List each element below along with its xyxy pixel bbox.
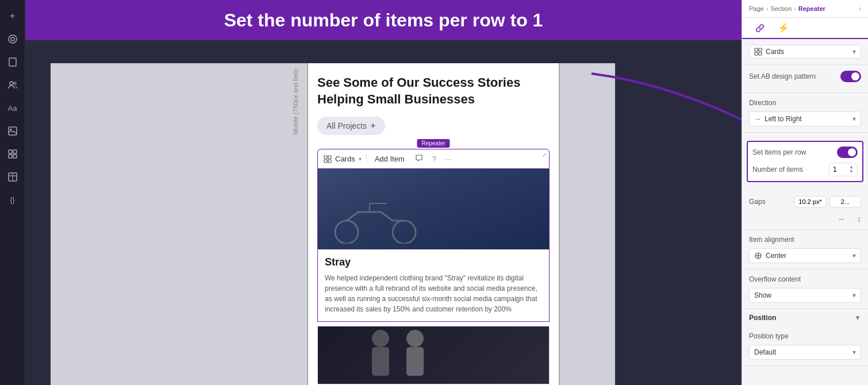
card-body-1: Stray We helped independent clothing bra… [318,249,549,321]
chevron-down-icon: ▾ [852,252,856,260]
svg-rect-21 [372,347,389,376]
position-section[interactable]: Position ▼ [742,309,868,326]
cards-dropdown[interactable]: Cards ▾ [749,45,861,59]
right-panel: Page › Section › Repeater › ⚡ Cards ▾ Se… [742,0,868,385]
number-of-items-input[interactable]: 1 ▲ ▼ [829,163,858,176]
people-icon[interactable] [3,76,22,94]
gaps-alignment-row: ↔ ↕ [749,212,861,224]
number-of-items-row: Number of items 1 ▲ ▼ [752,163,858,176]
vertical-gap-icon: ↕ [857,214,861,224]
direction-section: Direction → Left to Right ▾ [742,93,868,133]
svg-rect-10 [13,155,17,158]
gaps-label: Gaps [749,198,766,206]
overflow-dropdown[interactable]: Show ▾ [749,288,861,303]
image-icon[interactable] [3,122,22,140]
table-icon[interactable] [3,168,22,186]
svg-rect-28 [759,52,762,55]
card-title-1: Stray [325,256,542,268]
item-alignment-section: Item alignment Center ▾ [742,230,868,270]
svg-rect-8 [13,150,17,153]
cards-container: Repeater ⤢ Cards ▾ Add Item ? [317,149,550,384]
grid-icon[interactable] [3,145,22,163]
expand-icon[interactable]: ⤢ [542,152,547,158]
add-item-button[interactable]: Add Item [371,153,408,164]
svg-rect-26 [759,48,762,51]
svg-rect-23 [406,347,424,376]
direction-dropdown[interactable]: → Left to Right ▾ [749,111,861,126]
direction-row: Direction [749,99,861,107]
svg-rect-7 [9,150,12,153]
svg-rect-9 [9,155,12,158]
breadcrumb-sep-2: › [794,5,796,12]
gaps-section: Gaps 10.2 px* 2... ↔ ↕ [742,190,868,230]
page-heading: See Some of Our Success Stories Helping … [317,75,550,107]
item-alignment-dropdown[interactable]: Center ▾ [749,248,861,263]
plus-icon[interactable]: + [3,7,22,25]
set-items-label: Set items per row [752,148,806,156]
svg-point-6 [10,129,11,130]
gap-vertical-input[interactable]: 2... [829,196,861,207]
alignment-icon [754,252,762,260]
svg-rect-14 [324,156,327,159]
mobile-frame: See Some of Our Success Stories Helping … [307,63,560,385]
typography-icon[interactable]: Aa [3,99,22,117]
position-type-label: Position type [749,332,789,340]
cards-label: Cards ▾ [324,155,362,163]
item-alignment-row: Item alignment [749,236,861,244]
help-icon[interactable]: ? [430,153,439,164]
set-items-toggle[interactable] [837,147,858,158]
annotation-banner: Set the number of items per row to 1 [25,0,742,40]
breadcrumb-active: Repeater [798,5,825,12]
decrement-button[interactable]: ▼ [849,170,854,174]
layers-icon[interactable] [3,30,22,48]
direction-label: Direction [749,99,776,107]
svg-rect-5 [9,127,17,135]
set-items-row: Set items per row [752,147,858,158]
position-type-row: Position type [749,332,861,340]
overflow-row: Overflow content [749,275,861,283]
chevron-down-icon: ▾ [852,291,856,299]
tab-lightning[interactable]: ⚡ [771,18,796,39]
breadcrumb-page[interactable]: Page [749,5,764,12]
more-options-icon[interactable]: ··· [443,153,454,164]
position-type-dropdown[interactable]: Default ▾ [749,345,861,360]
gap-horizontal-input[interactable]: 10.2 px* [794,196,826,207]
code-icon[interactable]: {} [3,191,22,209]
svg-point-22 [406,330,424,347]
overflow-label: Overflow content [749,275,801,283]
panel-tabs: ⚡ [742,18,868,39]
chevron-down-icon: ▾ [359,156,362,162]
svg-point-0 [9,35,17,43]
grid-small-icon [324,155,332,163]
grid-icon-small [754,48,762,56]
gaps-row: Gaps 10.2 px* 2... [749,196,861,207]
ab-pattern-section: Set AB design pattern [742,65,868,93]
set-items-highlighted: Set items per row Number of items 1 ▲ ▼ [747,141,863,182]
all-projects-button[interactable]: All Projects ✈ [317,117,385,135]
ab-pattern-toggle[interactable] [840,71,861,82]
ab-pattern-label: Set AB design pattern [749,72,816,80]
svg-point-19 [393,221,416,244]
svg-point-18 [335,221,358,244]
chevron-down-icon: ▾ [852,348,856,356]
breadcrumb-section[interactable]: Section [770,5,792,12]
item-alignment-label: Item alignment [749,236,794,244]
moto-silhouette [324,198,427,244]
chevron-down-icon: ▾ [852,115,856,123]
position-label: Position [749,314,776,322]
panel-expand-icon[interactable]: › [859,5,861,13]
gaps-inputs: 10.2 px* 2... [794,196,861,207]
link-icon [756,24,764,32]
tab-link[interactable] [749,18,771,39]
banner-text: Set the number of items per row to 1 [224,10,543,30]
card-image-2 [318,326,549,384]
card-1: Stray We helped independent clothing bra… [317,169,550,322]
set-items-section: Set items per row Number of items 1 ▲ ▼ [742,133,868,190]
mobile-content: See Some of Our Success Stories Helping … [308,63,559,384]
card-2 [317,326,550,384]
item-alignment-value: Center [766,252,786,260]
comment-icon[interactable] [413,153,425,165]
page-icon[interactable] [3,53,22,71]
horizontal-gap-icon: ↔ [838,214,846,224]
svg-point-20 [372,330,389,347]
